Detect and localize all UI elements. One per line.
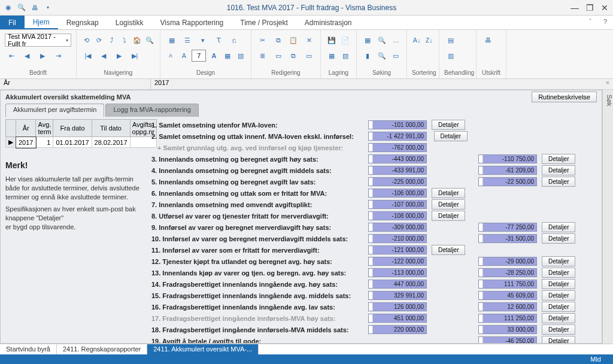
bottom-tab-startvindu[interactable]: Startvindu byrå [0, 344, 57, 354]
detaljer-button[interactable]: Detaljer [542, 302, 575, 312]
detaljer-button[interactable]: Detaljer [432, 245, 465, 255]
nav-next-icon[interactable]: ▶ [113, 49, 126, 62]
insert-row-icon[interactable]: ≣ [256, 49, 269, 62]
print-icon[interactable]: 🖶 [481, 34, 494, 47]
font-larger-icon[interactable]: A [178, 49, 189, 62]
detaljer-button[interactable]: Detaljer [432, 211, 465, 221]
design-icon-5[interactable]: ⎌ [227, 34, 241, 47]
search-more-icon[interactable]: … [390, 34, 402, 47]
th-ar[interactable]: År [16, 120, 36, 137]
zoom-icon[interactable]: 🔍 [376, 49, 388, 62]
nav-prev-icon[interactable]: ◀ [97, 49, 110, 62]
design-icon-3[interactable]: ▾ [196, 34, 210, 47]
detaljer-button[interactable]: Detaljer [432, 120, 465, 130]
search-icon[interactable]: 🔍 [17, 3, 26, 13]
cut-icon[interactable]: ✂ [256, 34, 269, 47]
nav-fwd-icon[interactable]: ⟳ [94, 34, 104, 47]
sort-desc-icon[interactable]: Z↓ [424, 34, 435, 47]
detaljer-button[interactable]: Detaljer [432, 188, 465, 198]
tab-administrasjon[interactable]: Administrasjon [296, 16, 360, 29]
detaljer-button[interactable]: Detaljer [542, 222, 575, 232]
nav-up-icon[interactable]: ⤴ [107, 34, 117, 47]
save-as-icon[interactable]: 📄 [340, 34, 352, 47]
th-avg[interactable]: Avg. term [36, 120, 53, 137]
process2-icon[interactable]: ▥ [444, 49, 457, 62]
rows-icon[interactable]: ▭ [272, 49, 285, 62]
open-icon[interactable]: ▭ [302, 49, 315, 62]
help-icon[interactable]: ? [597, 16, 613, 29]
tab-logistikk[interactable]: Logistikk [107, 16, 152, 29]
maximize-button[interactable]: ❐ [586, 3, 594, 13]
delete-icon[interactable]: ✕ [302, 34, 315, 47]
detaljer-button[interactable]: Detaljer [542, 177, 575, 187]
zoom-out-icon[interactable]: ▮ [362, 49, 374, 62]
detaljer-button[interactable]: Detaljer [432, 199, 465, 210]
detaljer-button[interactable]: Detaljer [542, 165, 575, 175]
cell-til[interactable]: 28.02.2017 [92, 137, 130, 148]
detaljer-button[interactable]: Detaljer [542, 324, 575, 335]
nav-down-icon[interactable]: ⤵ [120, 34, 130, 47]
palette-icon[interactable]: ▧ [235, 49, 246, 62]
detaljer-button[interactable]: Detaljer [542, 313, 575, 323]
design-icon-2[interactable]: ☰ [181, 34, 194, 47]
nav-last-icon[interactable]: ▶| [128, 49, 141, 62]
search-sidebar[interactable]: Søk [602, 90, 613, 344]
nav-refresh-icon[interactable]: 🏠 [132, 34, 142, 47]
copy-icon[interactable]: ⧉ [272, 34, 285, 47]
tab-regnskap[interactable]: Regnskap [58, 16, 107, 29]
cell-term[interactable]: 1 [36, 137, 53, 148]
company-last-icon[interactable]: ⇥ [51, 49, 65, 62]
company-back-icon[interactable]: ◀ [20, 49, 34, 62]
detaljer-button[interactable]: Detaljer [542, 336, 575, 343]
subtab-logg[interactable]: Logg fra MVA-rapportering [105, 104, 198, 117]
zoom-in-icon[interactable]: ▭ [390, 49, 402, 62]
detaljer-button[interactable]: Detaljer [542, 290, 575, 301]
detaljer-button[interactable]: Detaljer [542, 233, 575, 244]
font-size-input[interactable] [192, 50, 206, 62]
nav-find-icon[interactable]: 🔍 [145, 34, 155, 47]
close-button[interactable]: ✕ [601, 3, 608, 13]
company-next-icon[interactable]: ▶ [36, 49, 49, 62]
redo-icon[interactable]: ▧ [340, 49, 352, 62]
qat-dropdown-icon[interactable]: ▾ [43, 3, 53, 13]
detaljer-button[interactable]: Detaljer [542, 279, 575, 289]
print-icon[interactable]: 🖶 [30, 3, 40, 13]
cell-ar[interactable]: 2017 [16, 137, 36, 148]
dup-icon[interactable]: ⧉ [287, 49, 301, 62]
subtab-akkumulert[interactable]: Akkumulert per avgiftstermin [5, 104, 104, 117]
ribbon-collapse-icon[interactable]: ˆ [583, 16, 597, 29]
rutine-button[interactable]: Rutinebeskrivelse [532, 92, 597, 102]
minimize-button[interactable]: — [570, 3, 579, 13]
tab-time-prosjekt[interactable]: Time / Prosjekt [232, 16, 296, 29]
bottom-tab-regnskap[interactable]: 2411. Regnskapsrapporter [57, 344, 147, 354]
table-row[interactable]: ▶ 2017 1 01.01.2017 28.02.2017 [6, 137, 157, 148]
color-icon[interactable]: ▦ [222, 49, 233, 62]
undo-icon[interactable]: ▦ [326, 49, 338, 62]
company-prev-icon[interactable]: ⇤ [5, 49, 18, 62]
design-icon-4[interactable]: Ꚍ [212, 34, 225, 47]
process-icon[interactable]: ▤ [444, 34, 457, 47]
detaljer-button[interactable]: Detaljer [434, 131, 468, 141]
detaljer-button[interactable]: Detaljer [542, 268, 575, 278]
address-close-icon[interactable]: × [602, 79, 613, 89]
paste-icon[interactable]: 📋 [287, 34, 301, 47]
cell-fra[interactable]: 01.01.2017 [53, 137, 92, 148]
save-icon[interactable]: 💾 [326, 34, 338, 47]
th-til[interactable]: Til dato [92, 120, 130, 137]
detaljer-button[interactable]: Detaljer [542, 256, 575, 266]
file-tab[interactable]: Fil [0, 16, 25, 29]
th-fra[interactable]: Fra dato [53, 120, 92, 137]
search-grid-icon[interactable]: 🔍 [376, 34, 388, 47]
sort-asc-icon[interactable]: A↓ [412, 34, 422, 47]
font-smaller-icon[interactable]: A [165, 49, 176, 62]
nav-back-icon[interactable]: ⟲ [81, 34, 92, 47]
bold-icon[interactable]: A [208, 49, 219, 62]
nav-first-icon[interactable]: |◀ [81, 49, 95, 62]
bottom-tab-mva[interactable]: 2411. Akkumulert oversikt MVA-... [147, 344, 259, 354]
filter-icon[interactable]: ▦ [362, 34, 374, 47]
detaljer-button[interactable]: Detaljer [542, 154, 575, 164]
tab-hjem[interactable]: Hjem [25, 16, 58, 29]
company-combo[interactable]: Test MVA 2017 - Fullt fr▾ [5, 34, 71, 47]
design-icon-1[interactable]: ▦ [165, 34, 178, 47]
tab-visma-rapportering[interactable]: Visma Rapportering [151, 16, 232, 29]
